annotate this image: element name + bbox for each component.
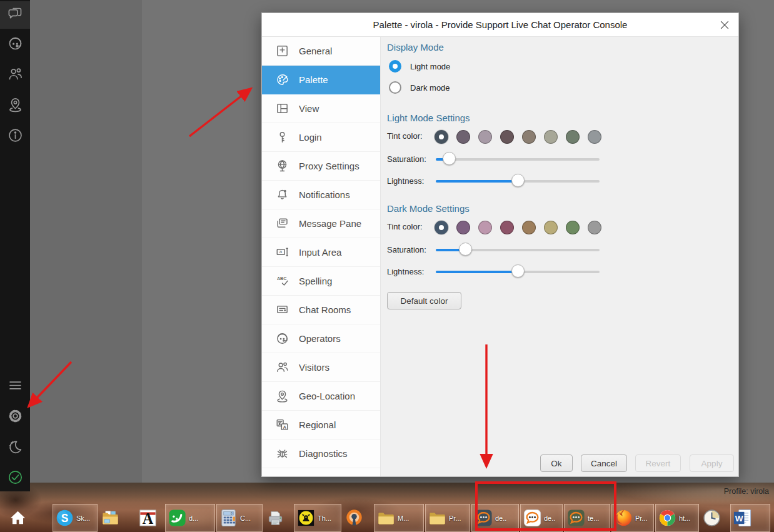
nav-item-view[interactable]: View <box>262 94 380 123</box>
taskbar-item-word[interactable]: W <box>730 504 770 532</box>
slider-track[interactable] <box>436 158 600 161</box>
nav-item-spelling[interactable]: ABCSpelling <box>262 267 380 296</box>
light-tint-swatch-8[interactable] <box>588 130 601 144</box>
taskbar-item-cat-app-th[interactable]: Th... <box>294 504 341 532</box>
nav-item-message-pane[interactable]: Message Pane <box>262 209 380 238</box>
sidebar-item-geo-location[interactable] <box>0 92 30 119</box>
radio-option-light-mode[interactable]: Light mode <box>389 59 450 73</box>
taskbar-item-folder-manager[interactable] <box>99 504 135 532</box>
light-tint-swatch-1-selected[interactable] <box>435 130 448 144</box>
sidebar-item-visitors[interactable] <box>0 61 30 89</box>
check-circle-icon <box>7 469 24 488</box>
input-area-icon: a <box>275 245 289 259</box>
nav-item-operators[interactable]: Operators <box>262 324 380 353</box>
slider-thumb[interactable] <box>511 174 525 187</box>
light-tint-swatch-3[interactable] <box>478 130 492 144</box>
taskbar-item-chat-green-te[interactable]: te... <box>564 504 610 532</box>
nav-item-regional[interactable]: ARegional <box>262 411 380 439</box>
radio-option-dark-mode[interactable]: Dark mode <box>389 81 450 94</box>
light-tint-swatch-4[interactable] <box>500 130 514 144</box>
radio-option-label: Dark mode <box>410 83 450 93</box>
moon-stars-icon <box>7 438 24 458</box>
nav-item-label: View <box>299 103 319 114</box>
sidebar-item-settings[interactable] <box>0 403 30 431</box>
taskbar-item-folder-m[interactable]: M... <box>374 504 424 532</box>
dark-tint-swatch-4[interactable] <box>500 221 514 234</box>
taskbar-item-font-a[interactable]: A <box>136 504 164 532</box>
nav-item-palette[interactable]: Palette <box>262 66 380 94</box>
light-tint-swatch-7[interactable] <box>566 130 580 144</box>
nav-item-geo-location[interactable]: Geo-Location <box>262 382 380 411</box>
slider-fill <box>436 180 518 183</box>
light-tint-swatch-6[interactable] <box>544 130 558 144</box>
taskbar-item-clock[interactable] <box>700 504 729 532</box>
printer-icon <box>265 506 286 531</box>
taskbar-item-calculator-c[interactable]: 0C... <box>216 504 263 532</box>
slider-thumb[interactable] <box>459 243 472 256</box>
nav-item-label: Geo-Location <box>299 391 355 401</box>
taskbar-item-folder-pr[interactable]: Pr... <box>425 504 470 532</box>
dark-tint-swatch-5[interactable] <box>522 221 536 234</box>
dark-tint-swatch-8[interactable] <box>588 221 601 234</box>
taskbar-item-label: Th... <box>318 514 331 522</box>
dimmed-app-panel-left <box>30 0 142 483</box>
sidebar-item-dark-mode-toggle[interactable] <box>0 434 30 461</box>
dark-tint-swatch-6[interactable] <box>544 221 558 234</box>
nav-item-notifications[interactable]: Notifications <box>262 181 380 209</box>
calculator-icon: 0 <box>218 506 239 531</box>
taskbar-item-printer[interactable] <box>264 504 293 532</box>
sidebar-item-status-online[interactable] <box>0 464 30 492</box>
nav-item-chat-rooms[interactable]: Chat Rooms <box>262 296 380 324</box>
taskbar-item-chrome-ht[interactable]: ht... <box>655 504 699 532</box>
dark-tint-swatch-3[interactable] <box>478 221 492 234</box>
sidebar-item-menu[interactable] <box>0 373 30 400</box>
settings-dialog: Palette - virola - Provide Support Live … <box>261 13 739 477</box>
light-tint-swatch-5[interactable] <box>522 130 536 144</box>
proxy-icon <box>275 159 289 173</box>
radio-unselected-icon[interactable] <box>389 81 401 94</box>
spelling-icon: ABC <box>275 274 289 288</box>
gear-icon <box>7 408 24 427</box>
light-tint-swatch-2[interactable] <box>456 130 470 144</box>
nav-item-visitors[interactable]: Visitors <box>262 353 380 382</box>
nav-item-diagnostics[interactable]: Diagnostics <box>262 439 380 468</box>
nav-item-input-area[interactable]: aInput Area <box>262 238 380 267</box>
taskbar-item-chat-dark-de[interactable]: de.. <box>471 504 519 532</box>
close-icon[interactable] <box>718 18 731 32</box>
taskbar-item-skype-sk[interactable]: SSk... <box>53 504 98 532</box>
cancel-button[interactable]: Cancel <box>581 454 627 472</box>
nav-item-login[interactable]: Login <box>262 123 380 152</box>
chat-rooms-icon <box>275 303 289 317</box>
palette-icon <box>275 73 289 87</box>
nav-item-proxy-settings[interactable]: Proxy Settings <box>262 152 380 181</box>
green-app-icon <box>167 506 188 531</box>
geo-pin-icon <box>275 389 289 403</box>
dark-tint-swatch-1-selected[interactable] <box>435 221 448 234</box>
settings-content: Display ModeLight modeDark modeLight Mod… <box>381 37 738 476</box>
nav-item-general[interactable]: General <box>262 37 380 66</box>
taskbar-item-chat-white-de[interactable]: de.. <box>520 504 563 532</box>
slider-thumb[interactable] <box>443 152 456 165</box>
taskbar-item-green-app-d[interactable]: d... <box>165 504 215 532</box>
taskbar-item-firefox-pr[interactable]: Pr... <box>611 504 654 532</box>
chat-green-icon <box>566 506 586 531</box>
taskbar-item-label: ht... <box>679 514 690 522</box>
nav-item-label: General <box>299 46 332 56</box>
nav-item-label: Proxy Settings <box>299 161 359 171</box>
sidebar-item-chats[interactable] <box>0 1 30 29</box>
dark-tint-swatch-7[interactable] <box>566 221 580 234</box>
message-pane-icon <box>275 216 289 231</box>
dark-tint-swatch-2[interactable] <box>456 221 470 234</box>
light-saturation-row: Saturation: <box>381 152 735 167</box>
profile-label: Profile: virola <box>724 487 769 496</box>
taskbar-item-openvpn[interactable] <box>343 504 373 532</box>
default-color-button[interactable]: Default color <box>387 292 461 309</box>
radio-selected-icon[interactable] <box>389 60 401 73</box>
openvpn-icon <box>344 506 364 531</box>
folder-icon <box>376 506 396 531</box>
sidebar-item-info[interactable] <box>0 123 30 150</box>
taskbar-item-home[interactable] <box>6 504 51 532</box>
slider-thumb[interactable] <box>511 264 525 278</box>
ok-button[interactable]: Ok <box>540 454 573 472</box>
sidebar-item-operators[interactable] <box>0 31 30 58</box>
